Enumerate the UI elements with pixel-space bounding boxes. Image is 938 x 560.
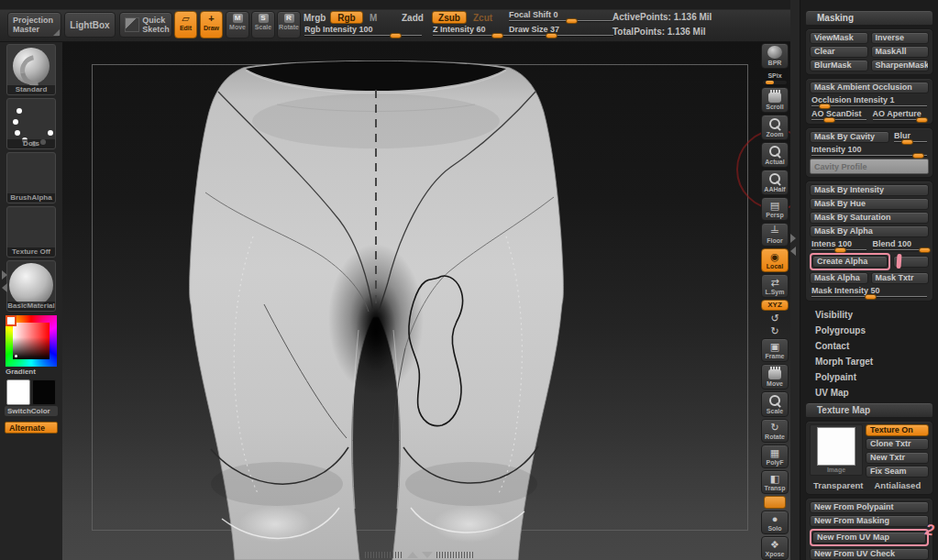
blend-slider[interactable]: Blend 100 [871, 239, 930, 251]
new-txtr-button[interactable]: New Txtr [866, 452, 929, 464]
mask-by-saturation-button[interactable]: Mask By Saturation [810, 212, 929, 224]
current-texture-thumbnail[interactable]: Texture Off [6, 206, 56, 258]
sharpenmask-button[interactable]: SharpenMask [871, 60, 930, 71]
persp-button[interactable]: ▤ Persp [761, 197, 789, 221]
zoom-button[interactable]: Zoom [761, 115, 789, 140]
main-color-swatch[interactable] [6, 379, 30, 405]
ghost-transparency-button[interactable] [764, 496, 786, 509]
bpr-button[interactable]: BPR [761, 43, 789, 69]
move-view-button[interactable]: Move [761, 364, 789, 390]
edit-button[interactable]: ▱ Edit [174, 11, 197, 38]
rgb-button[interactable]: Rgb [330, 11, 363, 24]
secondary-color-swatch[interactable] [32, 379, 56, 405]
mask-alpha-button[interactable]: Mask Alpha [810, 272, 868, 284]
right-tray-divider[interactable] [790, 0, 800, 560]
masking-header[interactable]: Masking [805, 10, 933, 26]
left-tray-divider[interactable] [2, 270, 7, 292]
transp-button[interactable]: ◧ Transp [761, 470, 789, 494]
color-picker[interactable] [6, 315, 57, 367]
scroll-hatch-left-icon[interactable] [365, 552, 403, 558]
clone-txtr-button[interactable]: Clone Txtr [866, 438, 929, 450]
projection-master-button[interactable]: Projection Master [7, 12, 61, 38]
new-from-uv-check-button[interactable]: New From UV Check [810, 548, 929, 560]
zsub-button[interactable]: Zsub [432, 11, 467, 24]
fix-seam-button[interactable]: Fix Seam [866, 466, 929, 478]
focal-shift-slider[interactable]: Focal Shift 0 [507, 10, 615, 22]
occlusion-intensity-slider[interactable]: Occlusion Intensity 1 [810, 95, 929, 107]
create-alpha-button[interactable]: Create Alpha [812, 256, 888, 268]
intens-slider[interactable]: Intens 100 [810, 239, 868, 251]
rotate-ccw-button[interactable]: ↺ [761, 313, 789, 324]
current-stroke-thumbnail[interactable]: Dots [6, 98, 56, 149]
mrgb-button[interactable]: Mrgb [303, 13, 326, 23]
rgb-intensity-slider[interactable]: Rgb Intensity 100 [303, 25, 424, 37]
zcut-button[interactable]: Zcut [473, 13, 492, 23]
mask-by-cavity-button[interactable]: Mask By Cavity [810, 131, 889, 143]
mask-ambient-occlusion-button[interactable]: Mask Ambient Occlusion [810, 82, 929, 93]
scroll-hatch-right-icon[interactable] [436, 552, 475, 558]
section-polypaint[interactable]: Polypaint [800, 369, 938, 384]
section-morph-target[interactable]: Morph Target [800, 354, 938, 368]
rotate-button[interactable]: R Rotate [277, 11, 301, 38]
clear-button[interactable]: Clear [810, 46, 868, 58]
model-3d-pants[interactable] [165, 55, 596, 560]
move-button[interactable]: M Move [226, 11, 249, 38]
mask-by-alpha-button[interactable]: Mask By Alpha [810, 225, 929, 237]
polyf-button[interactable]: ▦ PolyF [761, 445, 789, 468]
cavity-blur-slider[interactable]: Blur [892, 131, 929, 143]
viewmask-button[interactable]: ViewMask [810, 32, 868, 44]
spix-track[interactable] [763, 81, 787, 84]
current-brush-thumbnail[interactable]: Standard [6, 44, 56, 95]
current-alpha-thumbnail[interactable]: BrushAlpha [6, 152, 56, 203]
xpose-button[interactable]: ❖ Xpose [761, 536, 789, 560]
canvas-scrollbar[interactable] [365, 551, 475, 558]
quick-sketch-button[interactable]: Quick Sketch [119, 12, 172, 38]
alternate-button[interactable]: Alternate [5, 422, 58, 434]
section-uv-map[interactable]: UV Map [800, 385, 938, 400]
section-contact[interactable]: Contact [800, 338, 938, 353]
inverse-button[interactable]: Inverse [871, 32, 930, 44]
scroll-up-icon[interactable] [407, 552, 418, 558]
mask-txtr-button[interactable]: Mask Txtr [871, 272, 930, 284]
draw-button[interactable]: + Draw [200, 11, 223, 38]
new-from-uv-map-button[interactable]: New From UV Map [812, 532, 926, 544]
actual-button[interactable]: Actual [761, 142, 789, 168]
lsym-button[interactable]: ⇄ L.Sym [761, 274, 789, 298]
local-button[interactable]: ◉ Local [761, 248, 789, 272]
antialiased-button[interactable]: Antialiased [871, 479, 930, 491]
mask-by-hue-button[interactable]: Mask By Hue [810, 198, 929, 210]
viewport-canvas[interactable] [62, 41, 800, 560]
zadd-button[interactable]: Zadd [402, 13, 424, 23]
texture-map-header[interactable]: Texture Map [805, 402, 933, 418]
rotate-view-button[interactable]: ↻ Rotate [761, 419, 789, 443]
ao-aperture-slider[interactable]: AO Aperture [871, 109, 930, 121]
section-visibility[interactable]: Visibility [800, 307, 938, 322]
xyz-button[interactable]: XYZ [761, 300, 789, 311]
aahalf-button[interactable]: AAHalf [761, 170, 789, 195]
current-material-thumbnail[interactable]: BasicMaterial [6, 260, 56, 312]
lightbox-button[interactable]: LightBox [64, 12, 116, 38]
floor-button[interactable]: ╧ Floor [761, 223, 789, 247]
mask-intensity-slider[interactable]: Mask Intensity 50 [810, 286, 929, 298]
m-button[interactable]: M [370, 13, 377, 23]
switch-color-label[interactable]: SwitchColor [5, 406, 58, 416]
ao-scandist-slider[interactable]: AO ScanDist [810, 109, 868, 121]
texture-image-thumbnail[interactable]: Image [810, 424, 863, 476]
cavity-profile-curve[interactable]: Cavity Profile [810, 159, 929, 174]
section-polygroups[interactable]: Polygroups [800, 323, 938, 337]
solo-button[interactable]: ● Solo [761, 511, 789, 534]
switch-color-widget[interactable] [6, 379, 56, 405]
maskall-button[interactable]: MaskAll [871, 46, 930, 58]
draw-size-slider[interactable]: Draw Size 37 [507, 25, 615, 37]
saturation-value-square[interactable] [13, 323, 50, 359]
cavity-intensity-slider[interactable]: Intensity 100 [810, 145, 929, 157]
scroll-button[interactable]: Scroll [761, 87, 789, 113]
scale-view-button[interactable]: Scale [761, 391, 789, 417]
texture-on-button[interactable]: Texture On [866, 424, 929, 436]
transparent-button[interactable]: Transparent [810, 479, 868, 491]
mask-by-intensity-button[interactable]: Mask By Intensity [810, 184, 929, 196]
new-from-masking-button[interactable]: New From Masking [810, 515, 929, 527]
scale-button[interactable]: S Scale [251, 11, 275, 38]
rotate-cw-button[interactable]: ↻ [761, 325, 789, 336]
scroll-down-icon[interactable] [422, 552, 433, 558]
